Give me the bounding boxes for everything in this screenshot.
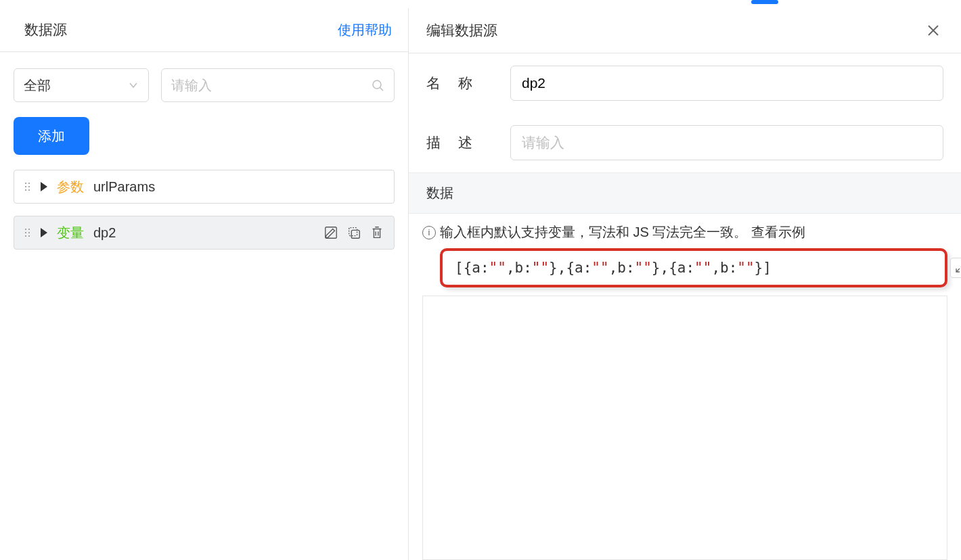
left-panel-header: 数据源 使用帮助	[0, 8, 408, 52]
hint-row: i 输入框内默认支持变量，写法和 JS 写法完全一致。 查看示例	[409, 214, 961, 248]
hint-text: 输入框内默认支持变量，写法和 JS 写法完全一致。	[440, 223, 747, 241]
drag-handle-icon[interactable]	[24, 183, 31, 191]
data-section-header: 数据	[409, 172, 961, 214]
svg-rect-4	[351, 230, 359, 238]
top-tab-indicator	[751, 0, 778, 4]
help-link[interactable]: 使用帮助	[338, 21, 392, 39]
name-input[interactable]	[510, 66, 943, 101]
edit-panel: 编辑数据源 名称 描述 数据 i 输入框内默认支持变量，写法和 JS 写法完全一…	[409, 8, 961, 560]
expand-arrow-icon[interactable]	[41, 182, 47, 191]
item-name: dp2	[93, 225, 116, 241]
data-code-input[interactable]: [{a:"",b:""},{a:"",b:""},{a:"",b:""}]	[440, 248, 947, 287]
datasource-panel: 数据源 使用帮助 全部 添加	[0, 8, 409, 560]
filter-type-value: 全部	[24, 76, 51, 95]
svg-rect-2	[326, 227, 337, 239]
name-label: 名称	[426, 74, 508, 93]
svg-point-0	[373, 80, 381, 89]
search-box[interactable]	[161, 68, 395, 102]
svg-rect-3	[349, 228, 357, 236]
delete-icon[interactable]	[370, 225, 384, 240]
svg-line-1	[380, 88, 384, 91]
info-icon: i	[422, 226, 436, 239]
drag-handle-icon[interactable]	[24, 229, 31, 237]
list-item[interactable]: 参数 urlParams	[14, 170, 395, 204]
chevron-down-icon	[128, 80, 139, 91]
search-input[interactable]	[171, 78, 371, 93]
right-panel-title: 编辑数据源	[426, 21, 497, 40]
expand-arrow-icon[interactable]	[41, 228, 47, 237]
item-name: urlParams	[93, 179, 155, 195]
right-panel-header: 编辑数据源	[409, 8, 961, 53]
code-editor-area[interactable]	[422, 296, 947, 560]
copy-icon[interactable]	[347, 225, 361, 240]
left-panel-title: 数据源	[24, 20, 67, 39]
code-content: [{a:"",b:""},{a:"",b:""},{a:"",b:""}]	[455, 260, 772, 276]
datasource-list: 参数 urlParams 变量 dp2	[14, 170, 395, 250]
list-item[interactable]: 变量 dp2	[14, 216, 395, 250]
add-button[interactable]: 添加	[14, 117, 89, 155]
expand-icon[interactable]	[950, 258, 961, 278]
edit-icon[interactable]	[323, 225, 338, 240]
close-icon[interactable]	[923, 20, 943, 41]
item-type-tag: 变量	[57, 224, 84, 242]
item-type-tag: 参数	[57, 178, 84, 196]
description-input[interactable]	[510, 125, 943, 160]
description-label: 描述	[426, 133, 508, 152]
filter-type-select[interactable]: 全部	[14, 68, 149, 102]
search-icon	[371, 78, 384, 92]
view-example-link[interactable]: 查看示例	[751, 223, 805, 241]
